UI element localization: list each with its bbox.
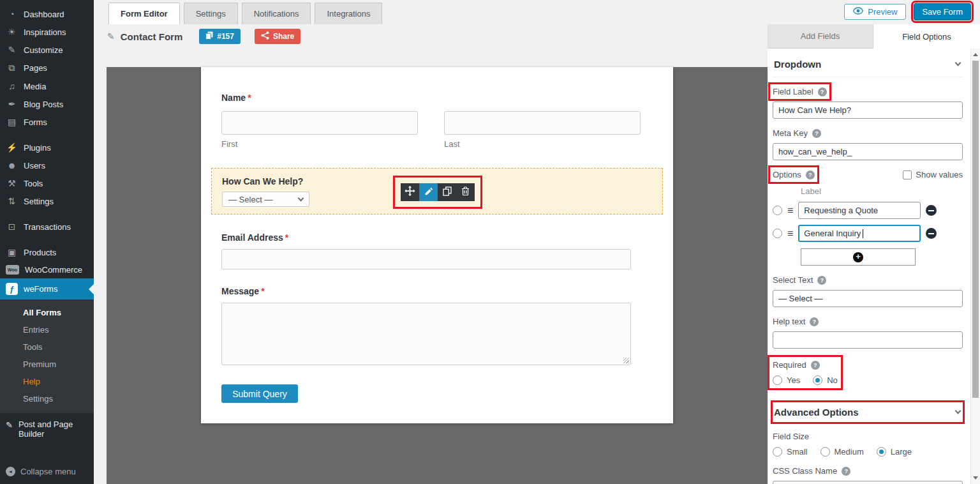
add-option-button[interactable]: + [801,248,916,266]
email-input[interactable] [221,249,631,269]
help-question-icon[interactable]: ? [817,276,826,285]
field-size-medium-radio[interactable] [820,447,830,457]
required-no-radio[interactable] [813,375,822,385]
dropdown-field-select[interactable]: — Select — [222,192,309,207]
css-class-label-row: CSS Class Name ? [773,466,850,476]
sidebar-item-products[interactable]: ▣ Products [0,243,94,261]
sidebar-item-pages[interactable]: ⧉ Pages [0,59,94,77]
edit-field-button[interactable] [419,183,438,201]
sidebar-item-plugins[interactable]: ⚡ Plugins [0,139,94,156]
submenu-item-entries[interactable]: Entries [0,321,94,338]
help-question-icon[interactable]: ? [812,129,821,138]
message-textarea[interactable] [221,303,631,365]
chevron-down-icon [955,60,961,66]
submenu-item-premium[interactable]: Premium [0,356,94,373]
option-default-radio[interactable] [773,206,782,215]
blog-posts-icon: ✒ [6,99,18,109]
show-values-toggle[interactable]: Show values [903,170,963,179]
help-question-icon[interactable]: ? [806,170,815,179]
required-label: Required [773,360,806,370]
help-question-icon[interactable]: ? [811,361,820,370]
help-text-label: Help text [773,317,805,326]
required-yes-radio[interactable] [773,375,782,385]
share-button[interactable]: Share [255,29,301,44]
sidebar-item-woocommerce[interactable]: Woo WooCommerce [0,261,94,278]
sidebar-item-blog-posts[interactable]: ✒ Blog Posts [0,95,94,113]
tab-integrations[interactable]: Integrations [315,3,382,24]
option-label-input-focused[interactable]: General Inquiry [798,225,921,242]
form-id-label: #157 [217,32,234,41]
help-text-input[interactable] [773,331,963,349]
sidebar-item-forms[interactable]: ▤ Forms [0,113,94,131]
message-field-group[interactable]: Message* [221,286,653,365]
scroll-up-arrow[interactable] [971,50,980,59]
meta-key-input[interactable] [773,143,963,160]
field-type-header[interactable]: Dropdown [773,54,963,77]
scrollbar-thumb[interactable] [972,61,979,398]
save-form-button[interactable]: Save Form [914,3,971,20]
scroll-down-arrow[interactable] [971,473,980,483]
field-action-toolbar [401,183,475,201]
submenu-item-all-forms[interactable]: All Forms [0,304,94,321]
sidebar-item-customize[interactable]: ✎ Customize [0,41,94,59]
sidebar-item-media[interactable]: ♫ Media [0,77,94,95]
content-area: Name* First Last [94,49,980,484]
wp-admin-sidebar: ◔ Dashboard ☀ Inspirations ✎ Customize ⧉… [0,0,94,484]
drag-handle-icon[interactable]: ≡ [787,229,793,239]
help-question-icon[interactable]: ? [810,317,819,326]
duplicate-field-button[interactable] [438,183,456,201]
sidebar-item-transactions[interactable]: ⊡ Transactions [0,218,94,236]
settings-icon: ⇅ [6,196,18,206]
name-field-group[interactable]: Name* First Last [221,93,653,149]
panel-scrollbar[interactable] [970,49,980,484]
sidebar-item-inspirations[interactable]: ☀ Inspirations [0,23,94,41]
tab-notifications[interactable]: Notifications [242,3,311,24]
field-size-small-radio[interactable] [773,447,782,457]
dropdown-field-selected[interactable]: How Can We Help? — Select — [211,168,663,215]
form-id-badge[interactable]: #157 [199,29,241,44]
sidebar-item-settings[interactable]: ⇅ Settings [0,192,94,210]
field-label-input[interactable] [773,102,963,119]
tab-field-options[interactable]: Field Options [873,24,980,49]
advanced-options-header[interactable]: Advanced Options [773,402,963,422]
option-default-radio[interactable] [773,229,782,238]
remove-option-button[interactable] [926,228,937,239]
sidebar-item-dashboard[interactable]: ◔ Dashboard [0,5,94,23]
remove-option-button[interactable] [926,205,937,216]
collapse-menu-button[interactable]: ◄ Collapse menu [0,460,94,484]
last-name-input[interactable] [444,111,641,135]
submenu-item-tools[interactable]: Tools [0,338,94,356]
inspirations-icon: ☀ [6,27,18,37]
help-text-group: Help text ? [773,317,963,349]
sidebar-item-users[interactable]: ☻ Users [0,156,94,174]
field-type-title: Dropdown [774,59,821,70]
delete-field-button[interactable] [456,183,475,201]
share-icon [261,31,269,42]
tab-add-fields[interactable]: Add Fields [768,24,873,49]
preview-button[interactable]: Preview [844,4,906,20]
sidebar-item-tools[interactable]: ⚒ Tools [0,174,94,192]
customize-icon: ✎ [6,45,18,55]
help-question-icon[interactable]: ? [842,467,850,476]
tab-form-editor[interactable]: Form Editor [108,3,180,24]
edit-title-pencil-icon[interactable]: ✎ [107,31,115,42]
help-question-icon[interactable]: ? [818,87,827,96]
first-name-input[interactable] [221,111,418,135]
field-size-large-radio[interactable] [877,447,886,457]
submenu-item-help[interactable]: Help [0,373,94,390]
drag-handle-icon[interactable]: ≡ [787,206,793,216]
email-field-group[interactable]: Email Address* [221,232,653,269]
move-field-button[interactable] [401,183,419,201]
option-label-input[interactable] [798,202,921,219]
text-cursor [863,229,863,238]
options-text: Options [773,170,801,179]
select-text-input[interactable] [773,290,963,307]
sidebar-item-weforms[interactable]: ƒ weForms [0,278,94,299]
show-values-checkbox[interactable] [903,170,912,179]
sidebar-item-post-page-builder[interactable]: ✎ Post and Page Builder [0,413,94,442]
css-class-input[interactable] [773,481,963,484]
form-header-row: ✎ Contact Form #157 Share Add Fields Fie… [94,24,980,49]
submit-query-button[interactable]: Submit Query [221,384,298,403]
tab-settings[interactable]: Settings [184,3,238,24]
submenu-item-settings[interactable]: Settings [0,390,94,407]
